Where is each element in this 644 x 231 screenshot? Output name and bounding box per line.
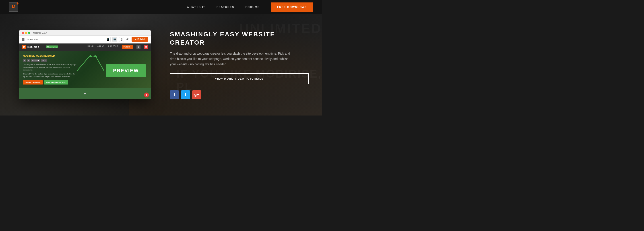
logo-box: M ⚙ — [9, 2, 18, 12]
tutorials-button[interactable]: VIEW MORE VIDEO TUTORIALS — [170, 73, 308, 84]
inner-app-nav: M MOBIRISE Mobile View HOME ABOUT CONTAC… — [19, 44, 151, 50]
inner-close-button[interactable]: × — [144, 45, 148, 49]
inner-hero-text: MOBIRISE WEBSITE BUILD B I Roboto ▾ 21 ▾… — [23, 54, 77, 84]
nav-features[interactable]: FEATURES — [216, 6, 234, 9]
app-window-screenshot: Mobirise 2.8.7 ☰ index.html 📱 💻 🖥 👁 ☁ Pu… — [19, 30, 151, 99]
facebook-icon[interactable]: f — [170, 90, 179, 99]
titlebar-dots — [22, 32, 30, 34]
hero-right-panel: SMASHINGLY EASY WEBSITE CREATOR The drag… — [161, 14, 322, 116]
inner-hero-body1: Click any text to edit or style it. Clic… — [23, 63, 77, 71]
nav-forums[interactable]: FORUMS — [246, 6, 260, 9]
tablet-view-icon[interactable]: 💻 — [112, 37, 117, 42]
app-toolbar: ☰ index.html 📱 💻 🖥 👁 ☁ Publish — [19, 36, 151, 44]
logo-letter: M — [12, 5, 16, 9]
nav-links: WHAT IS IT FEATURES FORUMS FREE DOWNLOAD — [187, 2, 313, 12]
google-plus-icon[interactable]: g+ — [192, 90, 201, 99]
inner-download-btn[interactable]: DOWNLOAD NOW — [23, 80, 43, 84]
hero-section: UNLIMITED IF YOU LIKE MOBIRISE,PL Mobiri… — [0, 14, 322, 116]
app-titlebar: Mobirise 2.8.7 — [19, 30, 151, 36]
close-dot — [22, 32, 24, 34]
app-inner: M MOBIRISE Mobile View HOME ABOUT CONTAC… — [19, 44, 151, 99]
hero-description: The drag-and-drop webpage creator lets y… — [170, 51, 295, 67]
inner-windows-mac-btn[interactable]: FOR WINDOWS & MAC — [44, 80, 68, 84]
inner-hero-title: MOBIRISE WEBSITE BUILD — [23, 54, 77, 57]
twitter-icon[interactable]: t — [181, 90, 190, 99]
toolbar-icons: 📱 💻 🖥 — [106, 37, 124, 42]
app-title-text: Mobirise 2.8.7 — [33, 32, 47, 34]
gear-icon: ⚙ — [16, 2, 19, 5]
inner-logo-box: M — [22, 45, 26, 49]
size-button[interactable]: 21 ▾ — [41, 59, 46, 62]
mobile-view-icon[interactable]: 📱 — [106, 37, 110, 42]
eye-icon[interactable]: 👁 — [126, 38, 129, 41]
font-button[interactable]: Roboto ▾ — [31, 59, 40, 62]
inner-logo: M MOBIRISE — [22, 45, 39, 49]
inner-brand-text: MOBIRISE — [28, 46, 39, 48]
inner-publish-button[interactable]: PUBLISH — [122, 45, 133, 49]
inner-nav-home: HOME — [88, 45, 94, 49]
chevron-down-icon: ▾ — [84, 92, 86, 96]
inner-hero-buttons: DOWNLOAD NOW FOR WINDOWS & MAC — [23, 80, 77, 84]
inner-hero-body2: Click red "+" in the bottom right corner… — [23, 73, 77, 78]
inner-hero-right: PREVIEW — [81, 54, 147, 84]
bold-button[interactable]: B — [23, 59, 26, 62]
inner-nav-about: ABOUT — [97, 45, 104, 49]
nav-what-is-it[interactable]: WHAT IS IT — [187, 6, 206, 9]
minimize-dot — [25, 32, 27, 34]
hero-heading: SMASHINGLY EASY WEBSITE CREATOR — [170, 30, 308, 46]
main-nav: M ⚙ WHAT IS IT FEATURES FORUMS FREE DOWN… — [0, 0, 322, 14]
social-icons: f t g+ — [170, 90, 308, 99]
mobile-view-badge: Mobile View — [46, 46, 58, 48]
publish-button[interactable]: ☁ Publish — [132, 37, 148, 42]
inner-lower-section: ▾ + — [19, 88, 151, 99]
inner-hero-section: MOBIRISE WEBSITE BUILD B I Roboto ▾ 21 ▾… — [19, 50, 151, 88]
italic-button[interactable]: I — [27, 59, 30, 62]
add-block-button[interactable]: + — [144, 92, 149, 98]
preview-button[interactable]: PREVIEW — [106, 64, 146, 77]
inner-title-toolbar: B I Roboto ▾ 21 ▾ — [23, 59, 77, 62]
logo[interactable]: M ⚙ — [9, 2, 18, 12]
free-download-button[interactable]: FREE DOWNLOAD — [271, 2, 313, 12]
hamburger-icon: ☰ — [22, 38, 25, 41]
filename-label: index.html — [27, 38, 38, 41]
inner-nav-contact: CONTACT — [108, 45, 118, 49]
desktop-view-icon[interactable]: 🖥 — [119, 37, 124, 42]
inner-gear-button[interactable]: ⚙ — [136, 45, 140, 49]
maximize-dot — [28, 32, 30, 34]
hero-left-panel: Mobirise 2.8.7 ☰ index.html 📱 💻 🖥 👁 ☁ Pu… — [0, 14, 161, 116]
inner-nav-links: HOME ABOUT CONTACT PUBLISH ⚙ × — [88, 45, 148, 49]
